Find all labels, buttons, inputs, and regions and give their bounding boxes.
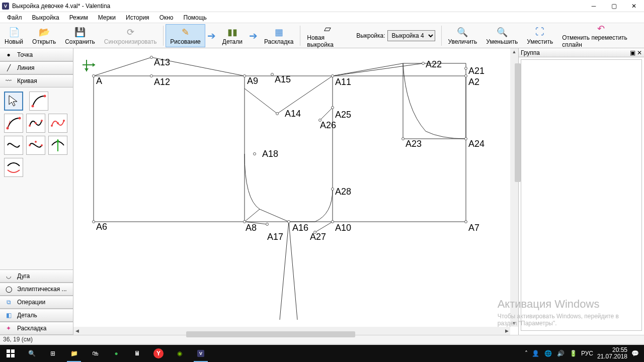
- language-indicator[interactable]: РУС: [581, 350, 593, 357]
- panel-close-button[interactable]: ✕: [637, 49, 642, 56]
- svg-point-6: [35, 122, 37, 124]
- scroll-thumb-h[interactable]: [186, 331, 355, 337]
- point-A15[interactable]: [271, 73, 274, 76]
- tool-intersect-1[interactable]: [48, 136, 67, 155]
- category-detail[interactable]: ◧Деталь: [0, 309, 73, 322]
- tool-spline-path-2[interactable]: [48, 114, 67, 133]
- file-explorer-button[interactable]: 📁: [63, 345, 85, 362]
- scroll-left-button[interactable]: ◀: [73, 327, 80, 334]
- tool-spline-1[interactable]: [29, 92, 48, 111]
- close-button[interactable]: ✕: [624, 0, 644, 12]
- scroll-right-button[interactable]: ▶: [503, 327, 510, 334]
- point-A6[interactable]: [92, 220, 95, 223]
- tool-spline-path-1[interactable]: [26, 114, 45, 133]
- tool-cubic-1[interactable]: [4, 136, 23, 155]
- menu-history[interactable]: История: [121, 13, 154, 23]
- category-line[interactable]: ╱Линия: [0, 61, 73, 74]
- menu-file[interactable]: Файл: [2, 13, 27, 23]
- label-A2: A2: [468, 77, 479, 87]
- tool-intersect-2[interactable]: [4, 158, 23, 177]
- point-A21[interactable]: [464, 67, 467, 70]
- point-A[interactable]: [92, 74, 95, 77]
- point-A28[interactable]: [331, 188, 334, 191]
- battery-icon[interactable]: 🔋: [570, 350, 577, 357]
- point-A22[interactable]: [422, 62, 425, 65]
- category-operations[interactable]: ⧉Операции: [0, 296, 73, 309]
- menu-window[interactable]: Окно: [154, 13, 179, 23]
- scroll-thumb-v[interactable]: [515, 63, 521, 183]
- zoom-fit-button[interactable]: ⛶Уместить: [522, 24, 557, 47]
- details-mode-button[interactable]: ▮▮Детали: [218, 24, 247, 47]
- undo-spline-button[interactable]: ↶Отменить переместить сплайн: [557, 24, 644, 47]
- label-A27: A27: [310, 232, 326, 242]
- canvas-viewport[interactable]: AA13A12A9A15A11A22A21A2A14A25A26A18A23A2…: [73, 48, 518, 335]
- utorrent-button[interactable]: ◉: [169, 345, 190, 362]
- layout-icon: ▦: [273, 26, 285, 38]
- label-A14: A14: [285, 109, 301, 119]
- yandex-button[interactable]: Y: [148, 345, 169, 362]
- new-button[interactable]: 📄Новый: [0, 24, 28, 47]
- category-curve[interactable]: 〰Кривая: [0, 74, 73, 87]
- calculator-button[interactable]: 🖩: [127, 345, 148, 362]
- zoom-out-button[interactable]: 🔍Уменьшить: [481, 24, 522, 47]
- point-A9[interactable]: [243, 74, 246, 77]
- right-panel: Группа ▣ ✕: [518, 48, 644, 335]
- point-A17[interactable]: [266, 223, 269, 226]
- menu-mode[interactable]: Режим: [64, 13, 93, 23]
- svg-point-15: [57, 140, 59, 143]
- point-A18[interactable]: [253, 152, 256, 155]
- pattern-select[interactable]: Выкройка 4: [387, 30, 435, 41]
- save-button[interactable]: 💾Сохранить: [60, 24, 100, 47]
- zoom-in-button[interactable]: 🔍Увеличить: [443, 24, 481, 47]
- scroll-up-button[interactable]: ▲: [511, 48, 518, 55]
- point-A14[interactable]: [276, 112, 279, 115]
- volume-icon[interactable]: 🔊: [557, 350, 565, 357]
- category-ellipse[interactable]: ◯Эллиптическая ...: [0, 283, 73, 296]
- category-arc[interactable]: ◡Дуга: [0, 269, 73, 283]
- clock[interactable]: 20:55 21.07.2018: [597, 347, 627, 360]
- people-icon[interactable]: 👤: [532, 350, 539, 357]
- minimize-button[interactable]: ─: [584, 0, 604, 12]
- point-A10[interactable]: [331, 220, 334, 223]
- store-button[interactable]: 🛍: [85, 345, 106, 362]
- sync-button[interactable]: ⟳Синхронизировать: [100, 24, 162, 47]
- chrome-button[interactable]: ●: [106, 345, 127, 362]
- open-button[interactable]: 📂Открыть: [28, 24, 60, 47]
- new-pattern-button[interactable]: ▱Новая выкройка: [302, 24, 352, 47]
- task-view-button[interactable]: ⊞: [42, 345, 63, 362]
- detail-icon: ◧: [4, 312, 13, 319]
- maximize-button[interactable]: ▢: [604, 0, 624, 12]
- tray-expander[interactable]: ˄: [525, 350, 528, 357]
- category-point[interactable]: ●Точка: [0, 48, 73, 61]
- panel-undock-button[interactable]: ▣: [630, 49, 635, 56]
- tool-pointer[interactable]: [4, 92, 23, 111]
- drawing-mode-button[interactable]: ✎Рисование: [166, 24, 205, 47]
- point-A23[interactable]: [401, 137, 405, 140]
- layout-mode-button[interactable]: ▦Раскладка: [260, 24, 298, 47]
- menu-help[interactable]: Помощь: [179, 13, 212, 23]
- tool-cubic-2[interactable]: [26, 136, 45, 155]
- category-layout[interactable]: ✦Раскладка: [0, 322, 73, 335]
- point-A25[interactable]: [331, 106, 334, 109]
- vertical-scrollbar[interactable]: ▲ ▼: [510, 48, 518, 327]
- point-A13[interactable]: [150, 56, 153, 59]
- start-button[interactable]: [0, 345, 21, 362]
- menu-pattern[interactable]: Выкройка: [27, 13, 64, 23]
- group-list[interactable]: [521, 59, 642, 331]
- point-A16[interactable]: [287, 220, 290, 223]
- horizontal-scrollbar[interactable]: ◀ ▶: [73, 327, 510, 335]
- notifications-button[interactable]: 💬: [631, 350, 639, 357]
- label-A15: A15: [275, 74, 291, 85]
- sync-icon: ⟳: [124, 26, 136, 38]
- tool-spline-2[interactable]: [4, 114, 23, 133]
- search-button[interactable]: 🔍: [21, 345, 42, 362]
- point-A24[interactable]: [464, 137, 467, 140]
- point-A2[interactable]: [464, 74, 467, 77]
- point-A11[interactable]: [331, 74, 334, 77]
- point-A7[interactable]: [464, 220, 467, 223]
- valentina-taskbar-button[interactable]: V: [190, 345, 211, 362]
- menu-measurements[interactable]: Мерки: [93, 13, 121, 23]
- network-icon[interactable]: 🌐: [544, 350, 552, 357]
- scroll-down-button[interactable]: ▼: [511, 320, 518, 327]
- point-A12[interactable]: [150, 74, 153, 77]
